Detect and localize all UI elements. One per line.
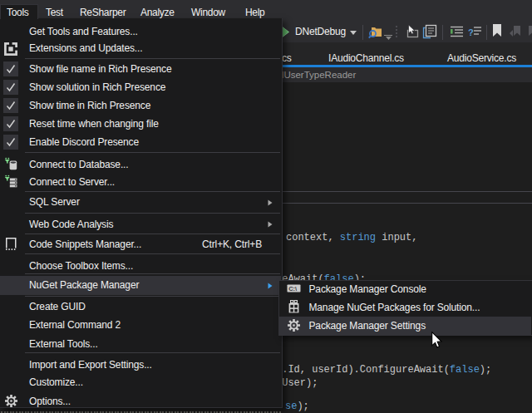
svg-text:?: ?	[468, 27, 474, 37]
svg-text:C:\: C:\	[288, 285, 297, 293]
